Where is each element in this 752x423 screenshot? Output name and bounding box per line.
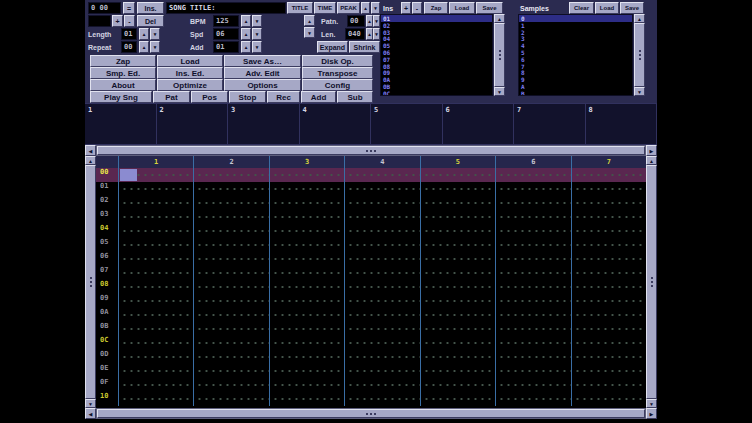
pattern-row[interactable]: 0B [96,322,646,336]
pattern-cell[interactable] [571,224,646,238]
pattern-cell[interactable] [495,378,570,392]
sample-item[interactable]: 9 [519,76,632,83]
len-value[interactable]: 040 [345,28,365,40]
sample-save-button[interactable]: Save [620,2,644,14]
scroll-up-icon[interactable]: ▲ [85,156,96,165]
pattern-cell[interactable] [118,252,193,266]
length-down-icon[interactable]: ▾ [150,28,160,40]
pattern-cell[interactable] [344,238,419,252]
pattern-cell[interactable] [118,224,193,238]
instrument-item[interactable]: 01 [381,15,492,22]
pattern-cell[interactable] [118,182,193,196]
pattern-cell[interactable] [118,196,193,210]
sample-item[interactable]: 0 [519,15,632,22]
add-value[interactable]: 01 [213,41,239,53]
instrument-item[interactable]: 09 [381,69,492,76]
scope-channel[interactable]: 3 [228,104,300,144]
pattern-cell[interactable] [495,210,570,224]
pattern-cell[interactable] [571,210,646,224]
scroll-down-icon[interactable]: ▼ [634,87,645,96]
pattern-cell[interactable] [118,378,193,392]
sample-item[interactable]: 8 [519,69,632,76]
scope-channel[interactable]: 7 [514,104,586,144]
pattern-rows[interactable]: 000102030405060708090A0B0C0D0E0F10 [96,168,646,408]
pattern-row[interactable]: 04 [96,224,646,238]
instrument-list[interactable]: 0102030405060708090A0B0C [380,14,493,96]
pattern-cell[interactable] [420,308,495,322]
pattern-cell[interactable] [193,224,268,238]
scroll-thumb[interactable] [85,165,96,399]
pattern-cell[interactable] [495,266,570,280]
spd-up-icon[interactable]: ▴ [241,28,251,40]
pattern-cell[interactable] [193,182,268,196]
scroll-track[interactable] [96,408,646,419]
pattern-cell[interactable] [420,350,495,364]
pattern-row[interactable]: 0C [96,336,646,350]
pattern-cell[interactable] [420,280,495,294]
title-spin-down-icon[interactable]: ▾ [371,2,380,14]
insert-position-button[interactable]: Ins. [137,2,164,14]
pattern-cell[interactable] [193,336,268,350]
pattern-row[interactable]: 05 [96,238,646,252]
scroll-left-icon[interactable]: ◀ [85,145,96,156]
scroll-right-icon[interactable]: ▶ [646,145,657,156]
pattern-cell[interactable] [344,392,419,406]
pattern-cell[interactable] [420,336,495,350]
view-title-button[interactable]: TITLE [287,2,313,14]
pattern-cell[interactable] [118,322,193,336]
instrument-zap-button[interactable]: Zap [424,2,448,14]
pattern-cell[interactable] [571,266,646,280]
pattern-cell[interactable] [420,182,495,196]
sample-item[interactable]: 5 [519,49,632,56]
pattern-plus-button[interactable]: + [112,15,123,27]
scope-channel[interactable]: 1 [85,104,157,144]
pattern-cell[interactable] [269,266,344,280]
instrument-item[interactable]: 06 [381,49,492,56]
pattern-cell[interactable] [344,350,419,364]
pattern-cell[interactable] [269,294,344,308]
scroll-thumb[interactable] [97,409,645,418]
pattern-cell[interactable] [571,294,646,308]
pattern-cell[interactable] [571,280,646,294]
channel-header-cell[interactable]: 6 [495,156,570,168]
channel-header-cell[interactable]: 2 [193,156,268,168]
pattern-cell[interactable] [344,322,419,336]
len-up-icon[interactable]: ▴ [366,28,373,40]
pattern-cell[interactable] [571,308,646,322]
instrument-item[interactable]: 02 [381,22,492,29]
scroll-track[interactable] [96,145,646,156]
length-up-icon[interactable]: ▴ [139,28,149,40]
sample-clear-button[interactable]: Clear [569,2,594,14]
pattern-cell[interactable] [344,182,419,196]
instrument-item[interactable]: 0A [381,76,492,83]
sample-item[interactable]: 2 [519,29,632,36]
pattern-cell[interactable] [420,168,495,182]
pattern-cell[interactable] [495,322,570,336]
sample-item[interactable]: 3 [519,35,632,42]
pattern-cell[interactable] [269,336,344,350]
pattern-cell[interactable] [269,350,344,364]
add-button[interactable]: Add [301,91,336,103]
stop-button[interactable]: Stop [229,91,266,103]
pattern-cell[interactable] [269,182,344,196]
pattern-cell[interactable] [193,280,268,294]
sample-item[interactable]: 4 [519,42,632,49]
pattern-cell[interactable] [571,196,646,210]
pattern-cell[interactable] [571,378,646,392]
pattern-cell[interactable] [193,294,268,308]
instrument-minus-button[interactable]: - [412,2,422,14]
scroll-right-icon[interactable]: ▶ [646,408,657,419]
bpm-down-icon[interactable]: ▾ [252,15,262,27]
pattern-row[interactable]: 10 [96,392,646,406]
pattern-cell[interactable] [269,392,344,406]
pattern-cell[interactable] [571,182,646,196]
pattern-cell[interactable] [118,294,193,308]
pattern-cell[interactable] [495,392,570,406]
pattern-cell[interactable] [571,168,646,182]
pattern-cell[interactable] [344,168,419,182]
mid-scroll-up-icon[interactable]: ▴ [304,15,315,26]
pattern-cell[interactable] [269,252,344,266]
pattern-cell[interactable] [269,322,344,336]
pattern-cell[interactable] [495,364,570,378]
pattern-row[interactable]: 0F [96,378,646,392]
